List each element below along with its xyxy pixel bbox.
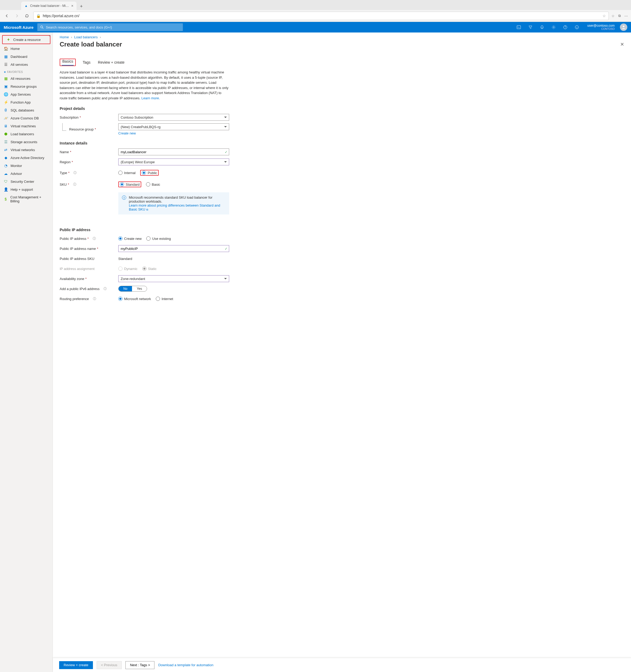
refresh-button[interactable] bbox=[23, 12, 31, 20]
sql-icon: 🛢 bbox=[4, 108, 8, 112]
label-resource-group: Resource group * bbox=[60, 127, 118, 131]
label-sku: SKU * ⓘ bbox=[60, 182, 118, 187]
tab-tags[interactable]: Tags bbox=[82, 58, 91, 66]
sidebar-cost-mgmt[interactable]: $Cost Management + Billing bbox=[0, 193, 53, 205]
resource-group-select[interactable]: (New) CreatePubLBQS-rg bbox=[118, 123, 229, 130]
feedback-icon[interactable] bbox=[572, 22, 582, 32]
create-new-rg-link[interactable]: Create new bbox=[118, 131, 229, 135]
sidebar-all-resources[interactable]: ▦All resources bbox=[0, 74, 53, 82]
info-icon[interactable]: ⓘ bbox=[73, 182, 76, 187]
back-button[interactable] bbox=[3, 12, 10, 20]
sidebar-create-resource[interactable]: + Create a resource bbox=[2, 35, 50, 44]
label-pubip-name: Public IP address name * bbox=[60, 247, 118, 251]
info-icon[interactable]: ⓘ bbox=[93, 236, 96, 241]
sidebar-load-balancers[interactable]: ⬢Load balancers bbox=[0, 130, 53, 138]
label-ipv6: Add a public IPv6 address ⓘ bbox=[60, 287, 118, 291]
tab-review[interactable]: Review + create bbox=[97, 58, 125, 66]
notifications-icon[interactable] bbox=[537, 22, 547, 32]
favorites-icon[interactable]: ☆ bbox=[611, 14, 615, 18]
radio-type-public[interactable]: Public bbox=[142, 171, 157, 175]
close-blade-button[interactable]: ✕ bbox=[620, 42, 624, 47]
sidebar-virtual-machines[interactable]: 🖥Virtual machines bbox=[0, 122, 53, 130]
sidebar-dashboard[interactable]: ▦Dashboard bbox=[0, 53, 53, 61]
help-icon[interactable] bbox=[560, 22, 570, 32]
radio-sku-standard[interactable]: Standard bbox=[120, 182, 140, 187]
collections-icon[interactable]: ⧉ bbox=[618, 14, 621, 18]
new-tab-button[interactable]: + bbox=[78, 3, 85, 10]
browser-tab[interactable]: ▲ Create load balancer - Microso × bbox=[21, 2, 77, 10]
close-tab-icon[interactable]: × bbox=[71, 4, 73, 8]
ipv6-toggle[interactable]: No Yes bbox=[118, 286, 147, 292]
breadcrumb-home[interactable]: Home bbox=[60, 35, 69, 39]
list-icon: ☰ bbox=[4, 62, 8, 67]
cost-icon: $ bbox=[4, 197, 8, 201]
svg-point-7 bbox=[577, 27, 578, 27]
address-bar[interactable]: 🔒 https://portal.azure.cn/ ☆ bbox=[33, 11, 609, 20]
collapse-sidebar-icon[interactable]: « bbox=[49, 34, 50, 37]
label-routing-pref: Routing preference ⓘ bbox=[60, 297, 118, 301]
footer-bar: Review + create < Previous Next : Tags >… bbox=[53, 658, 631, 672]
toggle-yes[interactable]: Yes bbox=[132, 286, 147, 291]
directory-filter-icon[interactable] bbox=[525, 22, 535, 32]
sku-pricing-link[interactable]: Learn more about pricing differences bet… bbox=[129, 203, 220, 211]
sidebar-advisor[interactable]: ☁Advisor bbox=[0, 170, 53, 177]
sidebar: « + Create a resource 🏠Home ▦Dashboard ☰… bbox=[0, 32, 53, 672]
download-template-link[interactable]: Download a template for automation bbox=[158, 663, 213, 667]
info-icon[interactable]: ⓘ bbox=[73, 171, 77, 175]
name-input[interactable] bbox=[118, 148, 229, 155]
sidebar-sql-databases[interactable]: 🛢SQL databases bbox=[0, 106, 53, 114]
toggle-no[interactable]: No bbox=[119, 286, 132, 291]
sidebar-home[interactable]: 🏠Home bbox=[0, 45, 53, 53]
sku-info-box: i Microsoft recommends standard SKU load… bbox=[118, 192, 229, 215]
sidebar-resource-groups[interactable]: ▣Resource groups bbox=[0, 82, 53, 90]
sidebar-storage-accounts[interactable]: ☰Storage accounts bbox=[0, 138, 53, 146]
radio-ipa-dynamic: Dynamic bbox=[118, 266, 137, 271]
radio-pubip-use[interactable]: Use existing bbox=[146, 236, 171, 241]
availability-zone-select[interactable]: Zone-redundant bbox=[118, 275, 229, 282]
sidebar-cosmos-db[interactable]: 🪐Azure Cosmos DB bbox=[0, 114, 53, 122]
user-email: user@contoso.com bbox=[587, 24, 615, 27]
review-create-button[interactable]: Review + create bbox=[59, 661, 93, 669]
pubip-name-input[interactable] bbox=[118, 245, 229, 252]
info-icon[interactable]: ⓘ bbox=[93, 297, 96, 301]
storage-icon: ☰ bbox=[4, 140, 8, 144]
subscription-select[interactable]: Contoso Subscription bbox=[118, 114, 229, 121]
read-aloud-icon[interactable]: ☆ bbox=[603, 14, 606, 18]
menu-icon[interactable]: ⋯ bbox=[624, 14, 628, 18]
breadcrumb-load-balancers[interactable]: Load balancers bbox=[74, 35, 98, 39]
azure-user-block[interactable]: user@contoso.com CONTOSO bbox=[586, 24, 616, 31]
radio-route-internet[interactable]: Internet bbox=[156, 297, 173, 301]
app-services-icon: 🌐 bbox=[4, 92, 8, 96]
sidebar-function-app[interactable]: ⚡Function App bbox=[0, 98, 53, 106]
radio-pubip-create[interactable]: Create new bbox=[118, 236, 142, 241]
sidebar-aad[interactable]: ◆Azure Active Directory bbox=[0, 154, 53, 162]
radio-sku-basic[interactable]: Basic bbox=[146, 182, 160, 187]
svg-point-8 bbox=[623, 26, 624, 27]
sidebar-help-support[interactable]: 👤Help + support bbox=[0, 186, 53, 193]
sidebar-monitor[interactable]: ◔Monitor bbox=[0, 162, 53, 170]
sidebar-app-services[interactable]: 🌐App Services bbox=[0, 90, 53, 98]
external-link-icon: ⧉ bbox=[146, 208, 148, 211]
azure-search-box[interactable] bbox=[37, 23, 183, 31]
azure-top-bar: Microsoft Azure user@contoso.com CONTOSO bbox=[0, 22, 631, 32]
info-icon[interactable]: ⓘ bbox=[103, 287, 107, 291]
next-button[interactable]: Next : Tags > bbox=[125, 661, 154, 669]
radio-route-microsoft[interactable]: Microsoft network bbox=[118, 297, 151, 301]
settings-icon[interactable] bbox=[549, 22, 559, 32]
radio-type-internal[interactable]: Internal bbox=[118, 171, 135, 175]
region-select[interactable]: (Europe) West Europe bbox=[118, 159, 229, 165]
azure-search-input[interactable] bbox=[46, 25, 180, 29]
monitor-icon: ◔ bbox=[4, 164, 8, 168]
dashboard-icon: ▦ bbox=[4, 54, 8, 58]
avatar[interactable] bbox=[620, 24, 627, 31]
sidebar-all-services[interactable]: ☰All services bbox=[0, 61, 53, 68]
sidebar-virtual-networks[interactable]: ⇄Virtual networks bbox=[0, 146, 53, 154]
lock-icon: 🔒 bbox=[36, 14, 41, 18]
azure-brand[interactable]: Microsoft Azure bbox=[4, 25, 33, 30]
azure-favicon-icon: ▲ bbox=[24, 4, 28, 8]
learn-more-link[interactable]: Learn more. bbox=[142, 96, 160, 100]
sidebar-security-center[interactable]: 🛡Security Center bbox=[0, 177, 53, 186]
grid-icon: ▦ bbox=[4, 76, 8, 80]
tab-basics[interactable]: Basics bbox=[62, 57, 74, 66]
cloud-shell-icon[interactable] bbox=[514, 22, 524, 32]
